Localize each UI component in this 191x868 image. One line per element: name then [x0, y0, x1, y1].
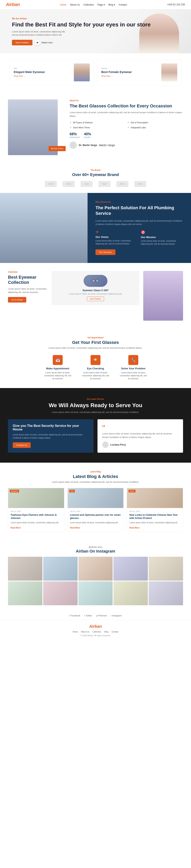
solution-person-image — [0, 193, 88, 263]
blog-tag: Latest Blog — [8, 471, 183, 473]
insta-item-1[interactable] — [8, 557, 42, 581]
nav-blog[interactable]: Blog ▾ — [108, 3, 115, 6]
navigation: Airban Home About Us Collection Page ▾ B… — [0, 0, 191, 9]
nav-about[interactable]: About Us — [70, 3, 80, 6]
about-desc: Lorem ipsum dolor sit amet, consectetur … — [70, 111, 183, 118]
go-to-shop-button[interactable]: Go to Shop — [8, 297, 26, 303]
nav-contact[interactable]: Contact — [119, 3, 127, 6]
mission-icon: 🎯 — [141, 230, 183, 235]
pinterest-link[interactable]: p Pinterest — [96, 614, 107, 617]
apt-desc: Lorem ipsum dolor sit amet, consectetur … — [8, 347, 183, 349]
solution-tag: Why Choose Us — [96, 201, 183, 203]
security-card: Give you The Best Security Service for y… — [8, 419, 94, 453]
blog-post-1-desc: Lorem ipsum dolor sit amet, consectetur … — [10, 521, 62, 524]
apt-step-1: 📅 Make Appointment Lorem ipsum dolor sit… — [43, 355, 73, 380]
pinterest-icon: p — [96, 614, 97, 617]
about-title: The Best Glasses Collection for Every Oc… — [70, 103, 183, 109]
brand-logo-1: Brand — [45, 181, 57, 187]
nav-phone: +420 61 314 235 — [167, 3, 185, 6]
mission-desc: Lorem ipsum dolor sit amet, consectetur … — [141, 240, 183, 245]
card-female-link[interactable]: Shop Now → — [101, 75, 159, 77]
footer-link-collection[interactable]: Collection — [93, 631, 101, 633]
collection-person-image — [143, 271, 183, 321]
watch-intro-button[interactable]: ▶ Watch Intro — [35, 40, 53, 45]
eye-check-icon: 👁 — [91, 355, 100, 365]
blog-post-3-link[interactable]: Read More — [129, 527, 139, 529]
brand-logo-5: Brand — [117, 181, 128, 187]
solution-desc: Lorem ipsum dolor sit amet, consectetur … — [96, 219, 183, 226]
insta-item-10[interactable] — [149, 581, 183, 605]
contact-us-button[interactable]: Contact Us — [13, 442, 31, 448]
stat-1: 68% Satisfaction — [70, 132, 80, 138]
nav-collection[interactable]: Collection — [83, 3, 94, 6]
blog-post-2-title: Luxeool and Optivista partner over for s… — [70, 514, 121, 520]
serve-desc: Lorem ipsum dolor sit amet, consectetur … — [8, 411, 183, 413]
about-image-overlay: ⭐ Best Choice — [49, 146, 66, 151]
apt-step-2-desc: Lorem ipsum dolor sit amet, consectetur … — [81, 371, 110, 380]
blog-section: Latest Blog Latest Blog & Articles Lorem… — [0, 463, 191, 539]
blog-post-2-date: Jan 15, 2024 — [70, 510, 121, 513]
card-female-tag: Women — [101, 67, 159, 69]
insta-item-3[interactable] — [78, 557, 113, 581]
hero-tag: We Are Airban — [12, 17, 179, 20]
vision-desc: Lorem ipsum dolor sit amet, consectetur … — [96, 239, 138, 245]
blog-post-1-title: Toahouse Eyes Partners with Johnson & Jo… — [10, 514, 62, 520]
nav-logo[interactable]: Airban — [6, 2, 20, 7]
apt-step-3: 🔧 Solve Your Problem Lorem ipsum dolor s… — [118, 355, 148, 380]
footer-link-contact[interactable]: Contact — [112, 631, 118, 633]
footer-logo: Airban — [8, 624, 183, 629]
blog-post-2-badge: Tips — [69, 490, 75, 493]
insta-handle: @airban.store — [8, 546, 183, 548]
quote-card: " Lorem ipsum dolor sit amet, consectetu… — [97, 419, 183, 453]
blog-post-3-content: Jan 20, 2024 New Looks to Celebrate Chin… — [127, 508, 183, 531]
card-male-title: Elegant Male Eyewear — [14, 70, 71, 74]
play-icon: ▶ — [35, 40, 40, 45]
twitter-link[interactable]: t Twitter — [84, 614, 92, 617]
nav-home[interactable]: Home — [60, 3, 66, 6]
hero-section: We Are Airban Find the Best Fit and Styl… — [0, 9, 191, 53]
instagram-section: @airban.store Airban On Instagram — [0, 540, 191, 611]
footer-link-about[interactable]: About Us — [81, 631, 89, 633]
apt-step-3-desc: Lorem ipsum dolor sit amet, consectetur … — [118, 371, 148, 380]
our-services-button[interactable]: Our Services — [96, 249, 116, 255]
blog-post-1: Eyewear Jan 12, 2024 Toahouse Eyes Partn… — [8, 488, 64, 532]
apt-step-2: 👁 Eye Checking Lorem ipsum dolor sit ame… — [81, 355, 110, 380]
nav-links: Home About Us Collection Page ▾ Blog ▾ C… — [60, 3, 127, 6]
brands-section: The Brand Over 60+ Eyewear Brand Brand B… — [0, 163, 191, 193]
serve-tag: Get Latest Service — [8, 398, 183, 400]
brand-logo-6: Brand — [134, 181, 146, 187]
serve-section: Get Latest Service We Will Always Ready … — [0, 388, 191, 463]
blog-post-1-link[interactable]: Read More — [10, 527, 21, 529]
card-female-image — [161, 63, 177, 81]
quote-mark: " — [102, 424, 178, 432]
brand-logo-4: Brand — [98, 181, 110, 187]
collection-center: 👓 Summer Glass C-007 Lorem ipsum dolor s… — [52, 271, 139, 305]
card-male-link[interactable]: Shop Now → — [14, 75, 71, 77]
footer-link-blog[interactable]: Blog — [104, 631, 108, 633]
footer-link-home[interactable]: Home — [73, 631, 78, 633]
blog-post-2-content: Jan 15, 2024 Luxeool and Optivista partn… — [68, 508, 124, 531]
blog-post-1-image: Eyewear — [8, 488, 64, 508]
blog-post-2-link[interactable]: Read More — [70, 527, 80, 529]
apt-step-1-title: Make Appointment — [43, 367, 73, 370]
check-icon-2: ✓ — [127, 121, 129, 124]
insta-item-6[interactable] — [8, 581, 42, 605]
vision-icon: 👁 — [96, 230, 138, 234]
view-portfolio-button[interactable]: View Portfolio — [12, 40, 32, 45]
see-product-button[interactable]: See Product — [87, 297, 104, 301]
about-features: ✓ All Types of Delivery ✓ Get a Prescrip… — [70, 121, 183, 129]
product-cards-section: Men Elegant Male Eyewear Shop Now → Wome… — [0, 53, 191, 92]
author-avatar — [70, 142, 77, 149]
quote-author-avatar — [102, 441, 108, 448]
nav-page[interactable]: Page ▾ — [97, 3, 105, 6]
insta-item-2[interactable] — [43, 557, 77, 581]
quote-text: Lorem ipsum dolor sit amet, consectetur … — [102, 432, 178, 439]
insta-item-8[interactable] — [78, 581, 113, 605]
stat-2: 40% Growth — [84, 132, 91, 138]
insta-item-5[interactable] — [149, 557, 183, 581]
instagram-link[interactable]: i Instagram — [111, 614, 122, 617]
insta-item-9[interactable] — [114, 581, 148, 605]
insta-item-4[interactable] — [114, 557, 148, 581]
insta-item-7[interactable] — [43, 581, 77, 605]
facebook-link[interactable]: f Facebook — [69, 614, 80, 617]
